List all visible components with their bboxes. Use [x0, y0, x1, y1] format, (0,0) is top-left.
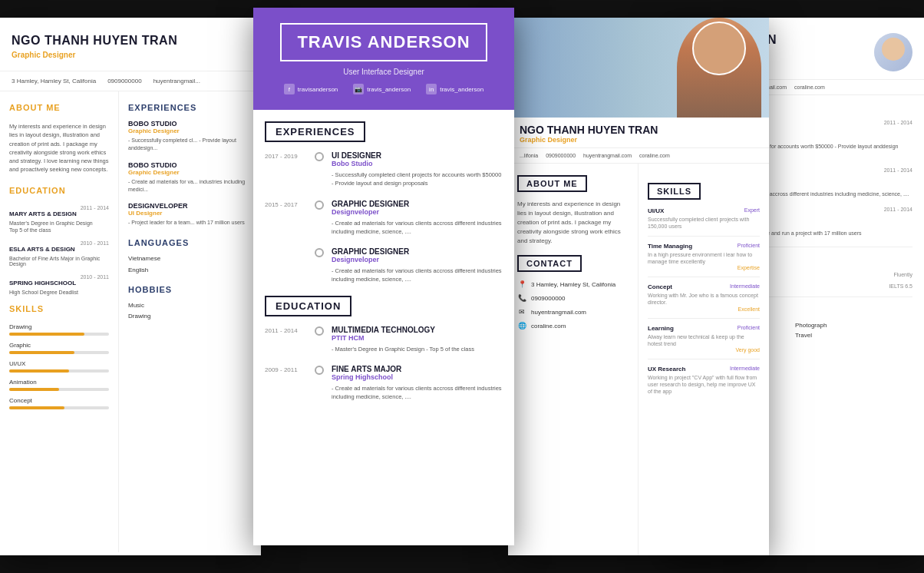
skill-name-animation: Animation: [9, 379, 109, 386]
contact-email: ✉ huyentrangmail.com: [517, 307, 629, 316]
avatar-img: [874, 33, 912, 71]
exp-item-3: DESIGNVELOPER UI Designer - Project lead…: [128, 202, 252, 227]
skill-time-level: Proficient: [738, 243, 760, 250]
contact-website: 🌐 coraline.com: [517, 321, 629, 330]
skill-bar-concept: [9, 406, 64, 409]
skill-learning-extra: Very good: [648, 347, 760, 353]
exp-desc-3: - Project leader for a team... with 17 m…: [128, 219, 252, 227]
right-pane: EXPERIENCES BOBO STUDIO Graphic Designer…: [119, 91, 261, 552]
cr-title-display: Graphic Designer: [520, 136, 757, 144]
skill-time-label: Time Managing: [648, 243, 692, 250]
right-web: coraline.com: [794, 84, 825, 90]
skill-concept-level: Intermediate: [730, 283, 760, 290]
skill-bar-graphic: [9, 351, 74, 354]
web-icon: 🌐: [517, 321, 526, 330]
exp2-year: 2015 - 2017: [265, 200, 307, 237]
exp3-content: GRAPHIC DESIGNER Designveloper - Create …: [332, 247, 503, 284]
lang-viet-name: Vietnamese: [128, 255, 160, 262]
timeline-dot-3: [315, 248, 324, 257]
exp1-year: 2017 - 2019: [265, 151, 307, 188]
exp3-company: Designveloper: [332, 256, 503, 263]
instagram-icon: 📷: [353, 84, 364, 94]
skill-uiux-desc: Successfully completed client projects w…: [648, 216, 760, 230]
cr-body: ABOUT ME My interests and experience in …: [508, 164, 769, 555]
right-hobby-travel: Travel: [795, 332, 912, 339]
left-person-name: NGO THANH HUYEN TRAN: [12, 33, 249, 48]
person-face: [692, 22, 746, 75]
center-right-resume-card: NGO THANH HUYEN TRAN Graphic Designer ..…: [508, 18, 769, 555]
cr-email: huyentrangmail.com: [583, 153, 632, 158]
edu-detail-1: Top 5 of the class: [9, 227, 109, 233]
cr-web: coraline.com: [639, 153, 670, 158]
right-exp-year-3: 2011 - 2014: [884, 207, 912, 212]
ig-handle: travis_anderson: [367, 86, 411, 93]
edu-item-1: MARY ARTS & DESIGN 2011 - 2014 Master's …: [9, 205, 109, 233]
exp-role-1: Graphic Designer: [128, 128, 252, 134]
edu-item-3: SPRING HIGHSCHOOL 2010 - 2011 High Schoo…: [9, 274, 109, 295]
exp-title-left: EXPERIENCES: [128, 103, 252, 112]
facebook-icon: f: [284, 84, 295, 94]
exp1-content: UI DESIGNER Bobo Studio - Successfully c…: [332, 151, 503, 188]
skill-uxresearch-desc: Working in project "CV App" with full fl…: [648, 374, 760, 395]
edu-item-2: ESLA ARTS & DESIGN 2010 - 2011 Bachelor …: [9, 240, 109, 267]
skill-time-desc: In a high pressure environment i lear ho…: [648, 251, 760, 265]
skill-time-extra: Expertise: [648, 265, 760, 270]
skill-bar-drawing: [9, 333, 84, 336]
edu-year-1: 2011 - 2014: [81, 205, 109, 210]
contact-phone-text: 0909000000: [531, 295, 566, 302]
edu1-school: MULTIMEDIA TECHNOLOGY: [332, 326, 503, 334]
edu2-content: FINE ARTS MAJOR Spring Highschool - Crea…: [332, 365, 503, 402]
exp1-role: UI DESIGNER: [332, 151, 503, 160]
skill-uiux-level: Expert: [744, 207, 760, 214]
hobby-music: Music: [128, 302, 252, 309]
skills-section-box: SKILLS: [648, 183, 701, 200]
skill-learning-row: Learning Proficient Alway learn new tech…: [648, 325, 760, 353]
center-body: EXPERIENCES 2017 - 2019 UI DESIGNER Bobo…: [253, 110, 514, 424]
skills-section: SKILLS Drawing Graphic UI/UX: [9, 304, 109, 409]
skill-animation: Animation: [9, 379, 109, 391]
exp2-desc: - Create ad materials for various client…: [332, 219, 503, 237]
lang-title-left: LANGUAGES: [128, 238, 252, 247]
exp-role-3: UI Designer: [128, 210, 252, 217]
skill-uxresearch-header: UX Research Intermediate: [648, 366, 760, 373]
timeline-edu-1: 2011 - 2014 MULTIMEDIA TECHNOLOGY PTIT H…: [265, 326, 503, 353]
social-instagram: 📷 travis_anderson: [353, 84, 411, 94]
about-section-box: ABOUT ME: [517, 175, 587, 192]
left-resume-card: NGO THANH HUYEN TRAN Graphic Designer 3 …: [0, 18, 261, 555]
hobbies-section-left: HOBBIES Music Drawing: [128, 285, 252, 320]
timeline-edu-2: 2009 - 2011 FINE ARTS MAJOR Spring Highs…: [265, 365, 503, 402]
skill-drawing: Drawing: [9, 323, 109, 336]
contact-addr-text: 3 Hamley, Hamley St, Califonia: [531, 281, 615, 288]
cr-photo-header: [508, 18, 769, 118]
center-header: TRAVIS ANDERSON User Interface Designer …: [253, 8, 514, 110]
skill-concept-label: Concept: [648, 283, 672, 290]
skill-graphic: Graphic: [9, 342, 109, 354]
edu2-year: 2009 - 2011: [265, 365, 307, 402]
hobby-drawing: Drawing: [128, 313, 252, 320]
timeline-exp-2: 2015 - 2017 GRAPHIC DESIGNER Designvelop…: [265, 200, 503, 237]
lang-eng-name: English: [128, 267, 148, 273]
left-content-area: ABOUT ME My interests and experience in …: [0, 91, 261, 552]
skill-uxresearch-row: UX Research Intermediate Working in proj…: [648, 366, 760, 395]
right-exp-year-2: 2011 - 2014: [884, 167, 912, 173]
skill-uiux-header: UI/UX Expert: [648, 207, 760, 214]
skill-learning-header: Learning Proficient: [648, 325, 760, 332]
skill-name-concept: Concept: [9, 397, 109, 404]
center-name: TRAVIS ANDERSON: [297, 32, 470, 52]
linkedin-icon: in: [426, 84, 437, 94]
exp1-company: Bobo Studio: [332, 160, 503, 167]
education-list: MARY ARTS & DESIGN 2011 - 2014 Master's …: [9, 205, 109, 295]
edu2-company: Spring Highschool: [332, 373, 503, 381]
exp-company-3: DESIGNVELOPER: [128, 202, 252, 210]
right-lang-viet-level: Fluently: [893, 272, 912, 279]
social-facebook: f travisanderson: [284, 84, 338, 94]
languages-section-left: LANGUAGES Vietnamese English: [128, 238, 252, 273]
edu1-year: 2011 - 2014: [265, 326, 307, 353]
cr-addr: ...lifonia: [520, 153, 538, 158]
contact-phone: 📞 0909000000: [517, 293, 629, 303]
skill-learning-level: Proficient: [738, 325, 760, 332]
edu2-desc: - Create ad materials for various client…: [332, 384, 503, 402]
cr-about-text: My interests and experience in design li…: [517, 200, 629, 246]
lang-english: English: [128, 267, 252, 273]
cards-container: NGO THANH HUYEN TRAN Graphic Designer 3 …: [0, 0, 924, 573]
